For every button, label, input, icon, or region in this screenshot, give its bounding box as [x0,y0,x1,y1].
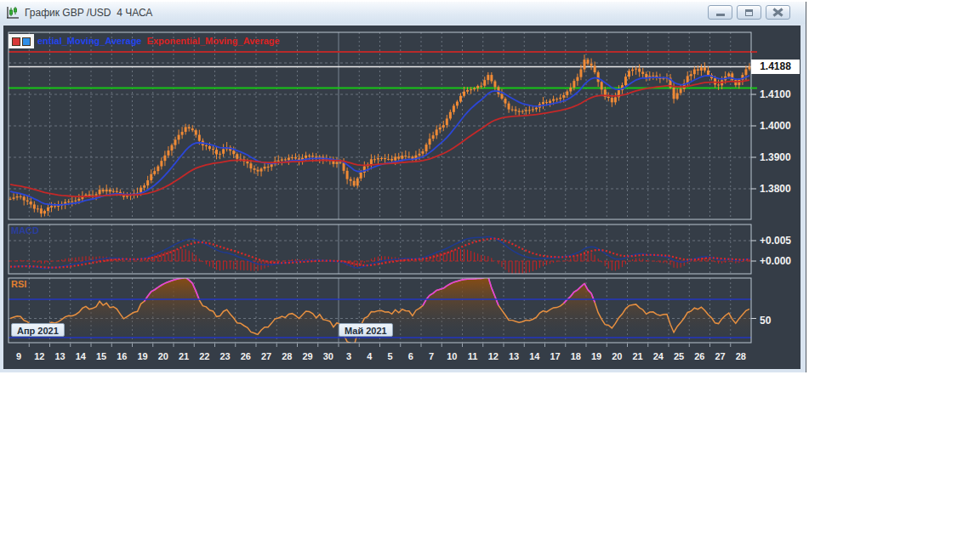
macd-axis-label: +0.000 [760,255,804,267]
restore-button[interactable] [737,5,761,20]
date-label: 28 [730,351,752,361]
date-label: 3 [338,351,360,361]
restore-icon [745,9,753,16]
date-label: 27 [709,351,732,361]
rsi-panel-label: RSI [11,279,26,289]
macd-axis-label: +0.005 [760,235,804,247]
date-label: 12 [28,351,50,361]
current-price-tag: 1.4188 [751,60,800,74]
indicator-legend: ential_Moving_Average Exponential_Moving… [37,36,280,56]
window-title: График GBP /USD 4 ЧАСА [25,7,152,19]
date-label: 14 [70,351,92,361]
window-titlebar[interactable]: График GBP /USD 4 ЧАСА [0,2,806,24]
date-label: 14 [523,351,545,361]
date-label: 29 [297,351,319,361]
date-label: 24 [647,351,669,361]
date-label: 25 [668,351,690,361]
minimize-icon [716,14,725,16]
date-label: 20 [606,351,628,361]
date-label: 13 [49,351,71,361]
date-label: 11 [462,351,484,361]
date-label: 21 [173,351,195,361]
date-label: 6 [400,351,422,361]
date-label: 28 [276,351,298,361]
close-icon [773,9,783,16]
date-label: 10 [441,351,463,361]
date-label: 20 [152,351,174,361]
date-label: 9 [8,351,30,361]
price-axis-label: 1.4000 [760,120,804,132]
date-label: 13 [503,351,525,361]
ema-blue-swatch-button[interactable] [22,37,31,46]
month-badge-april: Апр 2021 [11,323,65,337]
price-axis-label: 1.3900 [760,151,804,163]
month-badge-may: Май 2021 [339,323,393,337]
candlestick-chart-icon [5,6,20,20]
date-label: 30 [317,351,339,361]
date-label: 15 [90,351,112,361]
price-axis-label: 1.3800 [760,183,804,195]
date-label: 27 [255,351,277,361]
ema-red-label: Exponential_Moving_Average [147,36,280,46]
ema-red-swatch-button[interactable] [12,37,20,46]
date-label: 12 [482,351,504,361]
date-label: 18 [565,351,587,361]
rsi-axis-label: 50 [760,315,804,327]
date-label: 7 [420,351,442,361]
chart-window: График GBP /USD 4 ЧАСА ential_Moving_Ave… [0,2,806,372]
date-label: 23 [214,351,236,361]
macd-panel-label: MACD [11,225,39,236]
minimize-button[interactable] [708,5,732,20]
date-label: 4 [358,351,380,361]
date-label: 26 [235,351,257,361]
ema-blue-label: ential_Moving_Average [37,36,141,46]
date-label: 5 [379,351,402,361]
date-label: 19 [132,351,154,361]
chart-content: ential_Moving_Average Exponential_Moving… [3,26,801,369]
date-label: 19 [585,351,607,361]
date-label: 26 [688,351,710,361]
indicator-color-buttons [9,34,34,48]
date-label: 22 [193,351,215,361]
window-controls [708,5,790,20]
price-axis-label: 1.4100 [760,88,804,100]
date-label: 21 [627,351,649,361]
date-label: 17 [544,351,567,361]
price-chart-canvas[interactable] [3,26,801,369]
date-label: 16 [111,351,133,361]
close-button[interactable] [766,5,790,20]
